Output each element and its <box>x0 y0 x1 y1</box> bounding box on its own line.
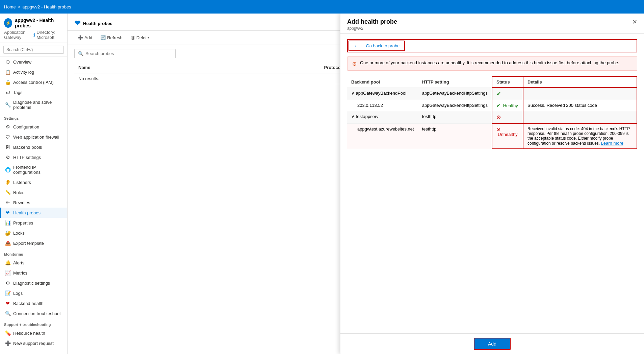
resource-health-icon: 💊 <box>5 330 10 336</box>
sidebar-item-listeners[interactable]: 👂 Listeners <box>0 177 67 187</box>
sidebar-item-support[interactable]: ➕ New support request <box>0 338 67 348</box>
breadcrumb-separator: > <box>18 4 21 9</box>
diagnostic-icon: ⚙ <box>5 280 10 286</box>
delete-icon: 🗑 <box>131 35 135 40</box>
sidebar-item-diagnostic[interactable]: ⚙ Diagnostic settings <box>0 278 67 288</box>
cell-pool: appgwtest.azurewebsites.net <box>347 123 418 149</box>
breadcrumb: Home > appgwv2 - Health probes <box>4 4 71 9</box>
table-row: appgwtest.azurewebsites.net testhttp ⊗ U… <box>347 123 637 149</box>
search-probes-input[interactable] <box>85 51 172 56</box>
cell-pool: ∨ testappserv <box>347 111 418 124</box>
go-back-to-probe-button[interactable]: ← ← Go back to probe <box>349 41 405 51</box>
sidebar-nav: ⬡ Overview 📋 Activity log 🔒 Access contr… <box>0 57 67 354</box>
sidebar-item-health-probes[interactable]: ❤ Health probes <box>0 208 67 218</box>
learn-more-link[interactable]: Learn more <box>601 141 623 146</box>
sidebar-item-label: Web application firewall <box>13 135 59 140</box>
sidebar-item-label: Alerts <box>13 260 24 265</box>
panel-add-button[interactable]: Add <box>474 338 511 350</box>
sidebar-item-label: Connection troubleshoot <box>13 311 61 316</box>
panel-close-button[interactable]: ✕ <box>632 18 637 26</box>
sidebar-search-container <box>0 43 67 57</box>
sidebar-item-logs[interactable]: 📝 Logs <box>0 288 67 298</box>
cell-status: ✔ <box>492 88 523 100</box>
cell-pool: ∨ appGatewayBackendPool <box>347 88 418 100</box>
cell-details: Received invalid status code: 404 in the… <box>523 123 637 149</box>
status-healthy-label: Healthy <box>503 103 518 108</box>
metrics-icon: 📈 <box>5 270 10 276</box>
sidebar-item-rewrites[interactable]: ✏ Rewrites <box>0 197 67 208</box>
col-backend-pool: Backend pool <box>347 76 418 88</box>
status-unhealthy-label: Unhealthy <box>498 132 518 137</box>
sidebar-item-rules[interactable]: 📏 Rules <box>0 187 67 197</box>
panel-subtitle: appgwv2 <box>347 26 397 31</box>
search-bar-container: 🔍 <box>74 49 176 58</box>
rules-icon: 📏 <box>5 190 10 195</box>
cell-status: ✔ Healthy <box>492 100 523 111</box>
cell-details <box>523 88 637 100</box>
sidebar-item-resource-health[interactable]: 💊 Resource health <box>0 328 67 338</box>
sidebar-item[interactable]: 📋 Activity log <box>0 67 67 77</box>
sidebar-item-alerts[interactable]: 🔔 Alerts <box>0 258 67 268</box>
sidebar-item-properties[interactable]: 📊 Properties <box>0 218 67 228</box>
app-icon: ⚡ <box>4 18 12 28</box>
breadcrumb-home[interactable]: Home <box>4 4 16 9</box>
overview-icon: ⬡ <box>5 59 10 65</box>
sidebar-item-label: Resource health <box>13 331 45 336</box>
sidebar-item-label: Metrics <box>13 270 27 276</box>
status-red-icon: ⊗ <box>496 126 500 132</box>
sidebar-item-backend-health[interactable]: ❤ Backend health <box>0 298 67 308</box>
monitoring-section-label: Monitoring <box>0 248 67 258</box>
cell-pool: 203.0.113.52 <box>347 100 418 111</box>
sidebar-item-waf[interactable]: 🛡 Web application firewall <box>0 132 67 142</box>
sidebar-item[interactable]: ⬡ Overview <box>0 57 67 67</box>
status-red-icon: ⊗ <box>496 114 501 120</box>
col-name: Name <box>74 62 320 73</box>
add-icon: ➕ <box>78 35 83 40</box>
sidebar-item-configuration[interactable]: ⚙ Configuration <box>0 122 67 132</box>
search-icon: 🔍 <box>78 51 83 56</box>
sidebar-item-label: Tags <box>13 90 22 95</box>
sidebar-item-backend-pools[interactable]: 🗄 Backend pools <box>0 142 67 152</box>
alerts-icon: 🔔 <box>5 260 10 265</box>
sidebar-item-label: HTTP settings <box>13 155 41 160</box>
iam-icon: 🔒 <box>5 79 10 85</box>
sidebar-item-label: New support request <box>13 341 54 346</box>
sidebar-item-http-settings[interactable]: ⚙ HTTP settings <box>0 152 67 162</box>
refresh-button[interactable]: 🔄 Refresh <box>97 33 126 42</box>
sidebar-item-label: Logs <box>13 291 23 296</box>
sidebar-item-locks[interactable]: 🔐 Locks <box>0 228 67 238</box>
status-green-icon: ✔ <box>496 103 500 108</box>
warning-text: One or more of your backend instances ar… <box>360 60 619 65</box>
sidebar-item-label: Listeners <box>13 180 31 185</box>
sidebar-item-label: Properties <box>13 220 33 226</box>
sidebar-item-label: Export template <box>13 241 44 246</box>
add-button[interactable]: ➕ Add <box>74 33 96 42</box>
go-back-label: ← Go back to probe <box>360 43 400 48</box>
properties-icon: 📊 <box>5 220 10 226</box>
app-type-label: Application Gateway <box>4 30 32 40</box>
app-subtitle: Application Gateway ℹ Directory: Microso… <box>4 30 63 40</box>
locks-icon: 🔐 <box>5 230 10 236</box>
backend-pools-icon: 🗄 <box>5 144 10 150</box>
sidebar-item-label: Backend pools <box>13 145 42 150</box>
delete-button[interactable]: 🗑 Delete <box>127 33 153 42</box>
sidebar-item[interactable]: 🔧 Diagnose and solve problems <box>0 97 67 112</box>
sidebar-item[interactable]: 🏷 Tags <box>0 87 67 97</box>
sidebar-item-frontend-ip[interactable]: 🌐 Frontend IP configurations <box>0 162 67 177</box>
cell-status: ⊗ Unhealthy <box>492 123 523 149</box>
warning-icon: ⊗ <box>352 61 357 67</box>
support-icon: ➕ <box>5 340 10 346</box>
tags-icon: 🏷 <box>5 90 10 95</box>
sidebar-item-label: Diagnose and solve problems <box>13 100 63 110</box>
support-section-label: Support + troubleshooting <box>0 318 67 328</box>
sidebar-search-input[interactable] <box>3 46 64 54</box>
sidebar-item-export[interactable]: 📤 Export template <box>0 238 67 248</box>
diagnose-icon: 🔧 <box>5 102 10 108</box>
sidebar-item-metrics[interactable]: 📈 Metrics <box>0 268 67 278</box>
sidebar-item[interactable]: 🔒 Access control (IAM) <box>0 77 67 87</box>
sidebar-item-label: Overview <box>13 60 31 65</box>
panel-header: Add health probe appgwv2 ✕ <box>340 14 644 34</box>
sidebar-item-connection-troubleshoot[interactable]: 🔍 Connection troubleshoot <box>0 308 67 318</box>
health-probes-icon: ❤ <box>5 210 10 215</box>
app-title: appgwv2 - Health probes <box>15 18 63 28</box>
